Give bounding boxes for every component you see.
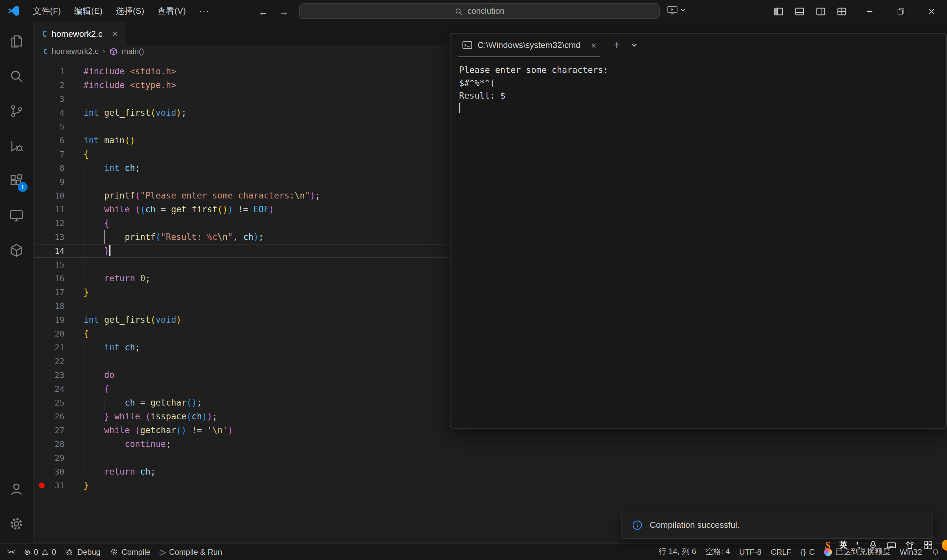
run-debug-icon[interactable] xyxy=(1,130,32,162)
layout-controls xyxy=(773,0,847,22)
toggle-secondary-sidebar-icon[interactable] xyxy=(816,6,826,16)
compile-run-label: Compile & Run xyxy=(169,547,222,556)
toggle-panel-icon[interactable] xyxy=(795,6,805,16)
code-line[interactable]: 28 continue; xyxy=(34,437,947,451)
debug-button[interactable]: Debug xyxy=(61,543,105,560)
line-number: 15 xyxy=(34,258,74,271)
line-number: 8 xyxy=(34,161,74,175)
cursor-position[interactable]: 行 14, 列 6 xyxy=(654,546,701,557)
sogou-logo-icon[interactable]: S xyxy=(825,539,831,551)
compile-button[interactable]: Compile xyxy=(105,543,155,560)
menu-edit[interactable]: 编辑(E) xyxy=(68,2,109,19)
minimize-button[interactable] xyxy=(854,0,885,22)
line-number: 27 xyxy=(34,423,74,437)
containers-icon[interactable] xyxy=(1,235,32,266)
source-control-icon[interactable] xyxy=(1,95,32,127)
line-number: 2 xyxy=(34,78,74,92)
notification-message: Compilation successful. xyxy=(650,520,739,530)
line-number: 23 xyxy=(34,368,74,382)
line-content xyxy=(74,120,83,134)
line-number: 22 xyxy=(34,354,74,368)
skin-icon[interactable] xyxy=(905,540,915,550)
line-content: return 0; xyxy=(74,271,151,285)
account-icon[interactable] xyxy=(1,473,32,505)
toolbox-grid-icon[interactable] xyxy=(923,540,933,550)
toggle-sidebar-icon[interactable] xyxy=(773,6,784,16)
extensions-icon[interactable]: 1 xyxy=(1,165,32,197)
menu-selection[interactable]: 选择(S) xyxy=(109,2,151,19)
restore-button[interactable] xyxy=(885,0,916,22)
info-icon xyxy=(632,520,642,530)
settings-gear-icon[interactable] xyxy=(1,508,32,540)
explorer-icon[interactable] xyxy=(1,26,32,57)
breakpoint-dot[interactable] xyxy=(39,482,45,488)
problems-indicator[interactable]: ⊗ 0 ⚠ 0 xyxy=(19,543,61,560)
screencast-button[interactable] xyxy=(667,5,686,15)
symbol-method-icon xyxy=(109,47,118,55)
monitor-icon xyxy=(667,5,678,15)
bug-icon xyxy=(65,548,74,556)
warnings-icon: ⚠ xyxy=(42,547,49,556)
line-number: 30 xyxy=(34,465,74,478)
terminal-icon xyxy=(462,41,472,49)
menu-more-icon[interactable]: ··· xyxy=(192,3,216,18)
line-number: 3 xyxy=(34,92,74,106)
ime-mode-indicator[interactable]: 英 xyxy=(839,540,848,551)
line-number: 10 xyxy=(34,189,74,202)
ime-toolbar: S 英 ’, xyxy=(825,539,947,551)
close-window-button[interactable] xyxy=(916,0,947,22)
forward-icon[interactable]: → xyxy=(279,6,289,17)
ime-extra-icon[interactable] xyxy=(942,540,947,551)
eol-sequence[interactable]: CRLF xyxy=(766,547,796,556)
back-icon[interactable]: ← xyxy=(259,6,268,17)
line-content xyxy=(74,258,83,271)
language-mode[interactable]: {} C xyxy=(796,547,819,556)
breadcrumb-file[interactable]: homework2.c xyxy=(52,47,99,56)
terminal-output[interactable]: Please enter some characters:$#^%*^(Resu… xyxy=(451,57,946,428)
tab-homework2c[interactable]: C homework2.c × xyxy=(34,22,125,45)
line-content: return ch; xyxy=(74,465,156,478)
terminal-dropdown-icon[interactable] xyxy=(631,42,638,49)
line-content: #include <ctype.h> xyxy=(74,78,176,92)
new-terminal-icon[interactable]: + xyxy=(614,38,620,52)
command-center-search[interactable]: conclution xyxy=(299,3,660,19)
soft-keyboard-icon[interactable] xyxy=(887,540,896,550)
tab-close-icon[interactable]: × xyxy=(112,28,118,39)
compile-run-button[interactable]: ▷ Compile & Run xyxy=(155,543,227,560)
code-line[interactable]: 30 return ch; xyxy=(34,465,947,478)
terminal-panel: C:\Windows\system32\cmd × + Please enter… xyxy=(450,33,947,429)
line-number: 1 xyxy=(34,65,74,78)
notification-toast[interactable]: Compilation successful. xyxy=(622,511,933,539)
line-content xyxy=(74,175,83,189)
breadcrumb-symbol[interactable]: main() xyxy=(122,47,144,56)
line-content: continue; xyxy=(74,437,171,451)
menu-bar: 文件(F) 编辑(E) 选择(S) 查看(V) ··· xyxy=(26,2,216,19)
remote-indicator[interactable]: >< xyxy=(3,543,19,560)
line-number: 21 xyxy=(34,340,74,354)
ime-punctuation-icon[interactable]: ’, xyxy=(856,540,859,550)
terminal-close-icon[interactable]: × xyxy=(591,40,596,50)
microphone-icon[interactable] xyxy=(868,540,878,550)
line-content: while (getchar() != '\n') xyxy=(74,423,233,437)
terminal-tab-cmd[interactable]: C:\Windows\system32\cmd × xyxy=(458,33,601,57)
customize-layout-icon[interactable] xyxy=(836,6,847,16)
remote-explorer-icon[interactable] xyxy=(1,200,32,231)
vscode-logo xyxy=(8,5,19,17)
vscode-window: 文件(F) 编辑(E) 选择(S) 查看(V) ··· ← → concluti… xyxy=(0,0,947,560)
code-line[interactable]: 31} xyxy=(34,478,947,492)
indentation[interactable]: 空格: 4 xyxy=(701,546,735,557)
line-content: } xyxy=(74,478,89,492)
line-content: do xyxy=(74,368,114,382)
code-line[interactable]: 29 xyxy=(34,451,947,465)
line-content: } while (isspace(ch)); xyxy=(74,409,217,423)
line-number: 9 xyxy=(34,175,74,189)
search-value: conclution xyxy=(468,6,505,16)
menu-file[interactable]: 文件(F) xyxy=(26,2,68,19)
line-content: int main() xyxy=(74,134,135,147)
search-sidebar-icon[interactable] xyxy=(1,60,32,92)
menu-view[interactable]: 查看(V) xyxy=(151,2,193,19)
line-number: 18 xyxy=(34,299,74,313)
encoding[interactable]: UTF-8 xyxy=(735,547,766,556)
terminal-line: Please enter some characters: xyxy=(459,64,938,77)
search-icon xyxy=(454,7,463,15)
